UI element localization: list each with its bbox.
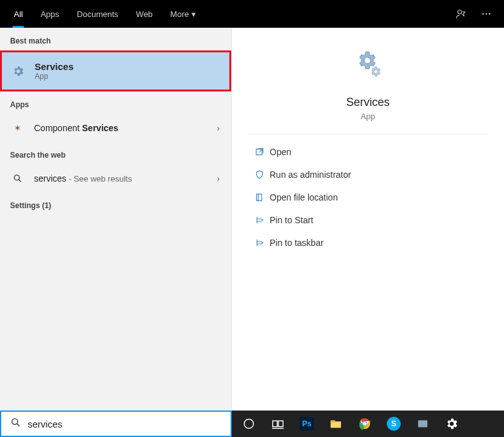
action-label: Run as administrator (270, 170, 351, 180)
best-match-services[interactable]: Services App (0, 50, 231, 91)
svg-point-3 (489, 13, 490, 15)
taskbar-settings[interactable] (438, 411, 465, 437)
tab-apps[interactable]: Apps (32, 0, 68, 28)
search-icon (10, 417, 21, 431)
tab-all[interactable]: All (5, 0, 32, 28)
svg-point-10 (244, 419, 254, 429)
services-large-icon (348, 47, 388, 87)
results-pane: Best match Services App Apps ✶ Component… (0, 28, 232, 411)
action-open[interactable]: Open (247, 141, 489, 163)
taskbar-app[interactable] (410, 411, 436, 437)
detail-actions: Open Run as administrator Open file loca… (232, 134, 504, 260)
detail-hero: Services App (248, 28, 488, 134)
action-pin-taskbar[interactable]: Pin to taskbar (247, 231, 489, 254)
feedback-icon[interactable] (449, 0, 474, 28)
detail-title: Services (346, 96, 389, 109)
action-label: Pin to Start (270, 215, 313, 225)
action-run-admin[interactable]: Run as administrator (247, 163, 489, 186)
best-match-sub: App (35, 72, 222, 81)
taskbar-skype[interactable]: S (381, 411, 407, 437)
action-pin-start[interactable]: Pin to Start (247, 209, 489, 231)
best-match-title: Services (35, 61, 222, 72)
shield-icon (249, 170, 270, 180)
taskbar-cortana[interactable] (236, 411, 262, 437)
section-settings[interactable]: Settings (1) (0, 192, 231, 215)
result-title: services - See web results (34, 173, 132, 184)
result-web-services[interactable]: services - See web results › (0, 165, 231, 192)
tab-more[interactable]: More ▾ (161, 0, 205, 28)
gear-icon (11, 64, 26, 79)
action-label: Open file location (270, 192, 338, 202)
search-input[interactable] (28, 419, 226, 429)
pin-icon (249, 238, 270, 248)
result-component-services[interactable]: ✶ Component Services › (0, 114, 231, 142)
chevron-right-icon: › (213, 173, 224, 184)
svg-rect-7 (256, 194, 261, 201)
taskbar-taskview[interactable] (265, 411, 291, 437)
svg-point-8 (12, 419, 18, 424)
svg-point-4 (14, 175, 20, 180)
taskbar-photoshop[interactable]: Ps (294, 411, 320, 437)
action-label: Pin to taskbar (270, 238, 324, 248)
svg-point-18 (363, 422, 367, 426)
more-options-icon[interactable] (474, 0, 499, 28)
tab-web[interactable]: Web (127, 0, 162, 28)
svg-rect-12 (278, 421, 283, 426)
svg-rect-11 (273, 421, 277, 426)
svg-point-1 (483, 13, 484, 15)
chevron-down-icon: ▾ (192, 9, 196, 19)
search-icon (10, 171, 25, 186)
svg-line-5 (19, 180, 21, 182)
folder-icon (249, 192, 270, 202)
chevron-right-icon: › (213, 123, 224, 133)
action-open-location[interactable]: Open file location (247, 186, 489, 209)
tab-documents[interactable]: Documents (68, 0, 127, 28)
result-title: Component Services (34, 123, 118, 133)
svg-line-9 (17, 424, 20, 426)
detail-pane: Services App Open Run as administrator O… (232, 28, 504, 411)
svg-rect-15 (331, 421, 335, 423)
svg-point-0 (458, 10, 462, 14)
pin-icon (249, 215, 270, 225)
taskbar: Ps S (232, 411, 504, 437)
section-best-match: Best match (0, 28, 231, 50)
section-web: Search the web (0, 142, 231, 165)
section-apps: Apps (0, 91, 231, 114)
detail-sub: App (360, 112, 375, 121)
action-label: Open (270, 147, 291, 157)
taskbar-chrome[interactable] (352, 411, 378, 437)
search-box[interactable] (0, 411, 232, 437)
open-icon (249, 147, 270, 157)
svg-rect-19 (418, 421, 428, 428)
taskbar-explorer[interactable] (323, 411, 349, 437)
svg-point-2 (486, 13, 487, 15)
bottom-bar: Ps S (0, 411, 504, 437)
component-icon: ✶ (10, 120, 25, 136)
search-tabs: All Apps Documents Web More ▾ (0, 0, 504, 28)
